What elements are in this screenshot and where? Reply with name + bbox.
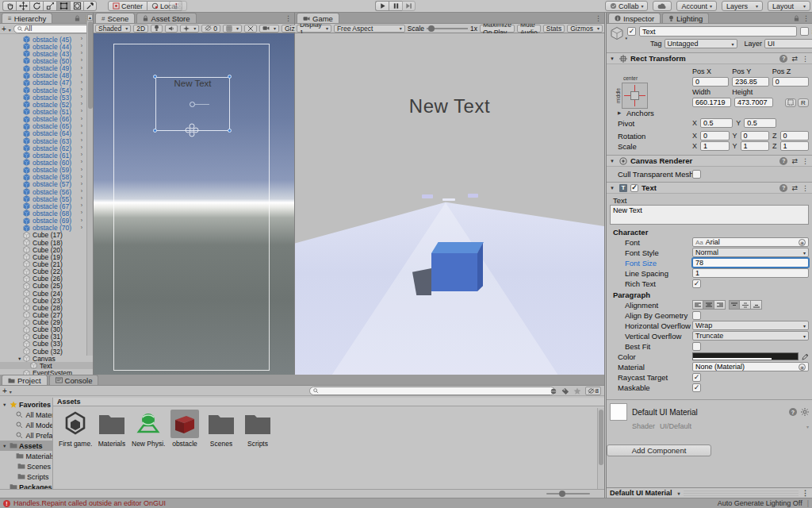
preview-drag-grips[interactable] bbox=[684, 491, 799, 496]
game-gizmos-dropdown[interactable]: Gizmos▾ bbox=[567, 25, 603, 33]
project-tree-row[interactable]: ▼ All Models bbox=[0, 420, 52, 430]
prefab-open-arrow[interactable]: › bbox=[81, 65, 82, 71]
camera-dropdown[interactable]: ▾ bbox=[259, 25, 279, 33]
panel-menu-icon[interactable]: ⋮ bbox=[595, 14, 602, 22]
2d-toggle[interactable]: 2D bbox=[133, 25, 148, 33]
font-style-dropdown[interactable]: Normal▾ bbox=[692, 248, 809, 257]
presets-icon[interactable]: ⇄ bbox=[791, 55, 798, 63]
play-button[interactable] bbox=[375, 1, 389, 11]
favorite-search-icon[interactable] bbox=[573, 387, 581, 395]
asset-item[interactable]: First game... bbox=[59, 408, 91, 456]
vertical-overflow-dropdown[interactable]: Truncate▾ bbox=[692, 331, 809, 341]
prefab-open-arrow[interactable]: › bbox=[81, 72, 82, 78]
draw-mode-dropdown[interactable]: Shaded▾ bbox=[95, 25, 131, 33]
grid-dropdown[interactable]: ▾ bbox=[223, 25, 242, 33]
raw-mode-button[interactable]: R bbox=[798, 98, 809, 107]
add-component-button[interactable]: Add Component bbox=[607, 444, 711, 456]
panel-menu-icon[interactable]: ⋮ bbox=[802, 14, 810, 22]
rect-tool-button[interactable] bbox=[56, 1, 70, 11]
help-icon[interactable]: ? bbox=[779, 157, 787, 165]
presets-icon[interactable]: ⇄ bbox=[791, 184, 798, 192]
scale-z-field[interactable]: 1 bbox=[780, 141, 809, 151]
custom-tool-button[interactable] bbox=[83, 1, 97, 11]
rect-handle[interactable] bbox=[228, 129, 232, 133]
audio-toggle[interactable] bbox=[165, 25, 178, 33]
hand-tool-button[interactable] bbox=[2, 1, 16, 11]
hierarchy-scrollbar[interactable]: ▲ bbox=[86, 14, 93, 356]
layers-dropdown[interactable]: Layers▾ bbox=[722, 1, 763, 11]
rect-tool-gizmo-icon[interactable] bbox=[184, 122, 200, 138]
scale-slider-track[interactable] bbox=[427, 28, 468, 29]
scrollbar-thumb[interactable] bbox=[88, 21, 93, 109]
scene-text-object[interactable]: New Text bbox=[155, 79, 230, 88]
step-button[interactable] bbox=[402, 1, 416, 11]
material-field[interactable]: None (Material) ◉ bbox=[692, 362, 809, 371]
scene-viewport[interactable]: New Text bbox=[94, 33, 294, 375]
object-picker-icon[interactable]: ◉ bbox=[799, 239, 806, 246]
presets-icon[interactable]: ⇄ bbox=[791, 157, 798, 165]
tab-lighting[interactable]: Lighting bbox=[662, 13, 709, 23]
project-tree-row[interactable]: ▼ Scenes bbox=[0, 461, 52, 471]
asset-item[interactable]: Materials bbox=[96, 408, 128, 456]
component-menu-icon[interactable]: ⋮ bbox=[802, 184, 809, 192]
pause-button[interactable] bbox=[389, 1, 402, 11]
prefab-open-arrow[interactable]: › bbox=[81, 159, 82, 164]
prefab-open-arrow[interactable]: › bbox=[81, 123, 82, 129]
collab-button[interactable]: Collab▾ bbox=[605, 1, 649, 11]
scrollbar-thumb[interactable] bbox=[599, 410, 603, 465]
prefab-open-arrow[interactable]: › bbox=[81, 101, 82, 106]
canvas-renderer-header[interactable]: ▼ Canvas Renderer ?⇄⋮ bbox=[607, 155, 812, 167]
static-checkbox[interactable] bbox=[800, 27, 809, 36]
prefab-open-arrow[interactable]: › bbox=[81, 50, 82, 56]
project-tree-row[interactable]: ▼ Materials bbox=[0, 451, 52, 461]
grid-snap-button[interactable] bbox=[169, 1, 187, 11]
align-by-geometry-checkbox[interactable] bbox=[692, 311, 701, 320]
prefab-open-arrow[interactable]: › bbox=[81, 188, 82, 194]
create-asset-button[interactable]: +▾ bbox=[2, 387, 12, 395]
pivot-handle[interactable] bbox=[190, 102, 195, 107]
tab-project[interactable]: Project bbox=[2, 375, 48, 385]
project-tree-row[interactable]: ▼ All Materials bbox=[0, 410, 52, 420]
expander-icon[interactable]: ▼ bbox=[2, 402, 8, 407]
color-swatch[interactable] bbox=[692, 352, 799, 360]
mute-audio-toggle[interactable]: Mute Audio bbox=[517, 25, 541, 33]
maskable-checkbox[interactable] bbox=[692, 383, 701, 392]
tab-asset-store[interactable]: Asset Store bbox=[136, 13, 196, 23]
pivot-center-button[interactable]: Center bbox=[108, 1, 147, 11]
component-tools-button[interactable] bbox=[244, 25, 257, 33]
line-spacing-field[interactable]: 1 bbox=[692, 268, 809, 278]
height-field[interactable]: 473.7007 bbox=[734, 98, 773, 107]
cull-transparent-mesh-checkbox[interactable] bbox=[692, 170, 701, 179]
asset-item[interactable]: New Physi... bbox=[132, 408, 164, 456]
rotation-z-field[interactable]: 0 bbox=[780, 131, 809, 140]
pivot-x-field[interactable]: 0.5 bbox=[700, 118, 733, 128]
scale-slider[interactable]: Scale 1x bbox=[408, 25, 477, 33]
font-size-field[interactable]: 78 bbox=[692, 258, 809, 267]
lighting-toggle[interactable] bbox=[151, 25, 163, 33]
pos-y-field[interactable]: 236.85 bbox=[732, 77, 768, 87]
material-preview-bar[interactable]: Default UI Material ▾ ⋮ bbox=[607, 487, 812, 498]
scale-x-field[interactable]: 1 bbox=[700, 141, 729, 151]
prefab-open-arrow[interactable]: › bbox=[81, 181, 82, 187]
blueprint-mode-button[interactable] bbox=[785, 98, 796, 107]
align-center-button[interactable] bbox=[703, 300, 714, 310]
prefab-open-arrow[interactable]: › bbox=[81, 79, 82, 85]
anchors-foldout[interactable]: ▶ bbox=[618, 110, 624, 115]
tag-dropdown[interactable]: Untagged▾ bbox=[665, 39, 737, 48]
aspect-dropdown[interactable]: Free Aspect▾ bbox=[334, 25, 405, 33]
scroll-up-arrow[interactable]: ▲ bbox=[87, 14, 93, 21]
cloud-button[interactable] bbox=[653, 1, 672, 11]
scale-slider-knob[interactable] bbox=[428, 25, 435, 32]
align-top-button[interactable] bbox=[729, 300, 740, 310]
prefab-open-arrow[interactable]: › bbox=[81, 57, 82, 63]
tab-console[interactable]: Console bbox=[49, 375, 99, 385]
horizontal-overflow-dropdown[interactable]: Wrap▾ bbox=[692, 321, 809, 330]
stats-toggle[interactable]: Stats bbox=[543, 25, 565, 33]
prefab-open-arrow[interactable]: › bbox=[81, 94, 82, 99]
hidden-items-toggle[interactable]: 8 bbox=[585, 387, 601, 395]
pos-z-field[interactable]: 0 bbox=[772, 77, 809, 87]
prefab-open-arrow[interactable]: › bbox=[81, 116, 82, 121]
search-by-type-icon[interactable] bbox=[550, 387, 557, 395]
raycast-target-checkbox[interactable] bbox=[692, 373, 701, 382]
component-menu-icon[interactable]: ⋮ bbox=[802, 157, 809, 165]
